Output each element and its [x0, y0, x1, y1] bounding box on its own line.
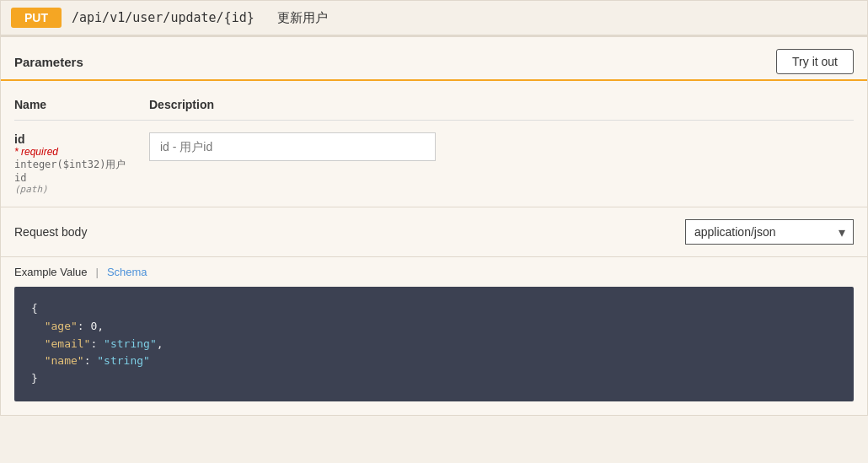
params-col-headers: Name Description [14, 89, 854, 121]
method-badge: PUT [11, 8, 62, 28]
tab-example-value[interactable]: Example Value [14, 266, 87, 278]
param-id-row: id required integer($int32)用户id (path) [14, 121, 854, 203]
request-body-section: Request body application/json [1, 207, 867, 256]
param-id-name-col: id required integer($int32)用户id (path) [14, 132, 132, 195]
param-id-name: id [14, 132, 132, 146]
param-id-type: integer($int32)用户id [14, 158, 132, 184]
parameters-table: Name Description id required integer($in… [1, 89, 867, 203]
api-path: /api/v1/user/update/{id} 更新用户 [72, 10, 328, 26]
tab-separator: | [95, 266, 98, 278]
param-id-input[interactable] [149, 132, 436, 161]
api-header: PUT /api/v1/user/update/{id} 更新用户 [0, 0, 868, 36]
code-block: { "age": 0, "email": "string", "name": "… [14, 287, 854, 401]
description-column-header: Description [149, 98, 854, 111]
example-tabs: Example Value | Schema [14, 266, 854, 278]
parameters-section-header: Parameters Try it out [1, 37, 867, 81]
param-id-required: required [14, 146, 132, 158]
main-container: Parameters Try it out Name Description i… [0, 36, 868, 416]
name-column-header: Name [14, 98, 132, 111]
request-body-label: Request body [14, 225, 87, 239]
param-id-location: (path) [14, 184, 132, 195]
param-id-desc-col [149, 132, 854, 195]
parameters-title: Parameters [14, 55, 83, 69]
content-type-select-wrapper[interactable]: application/json [685, 219, 854, 245]
example-section: Example Value | Schema { "age": 0, "emai… [1, 256, 867, 415]
tab-schema[interactable]: Schema [107, 266, 147, 278]
content-type-select[interactable]: application/json [685, 219, 854, 245]
try-it-out-button[interactable]: Try it out [776, 49, 854, 74]
